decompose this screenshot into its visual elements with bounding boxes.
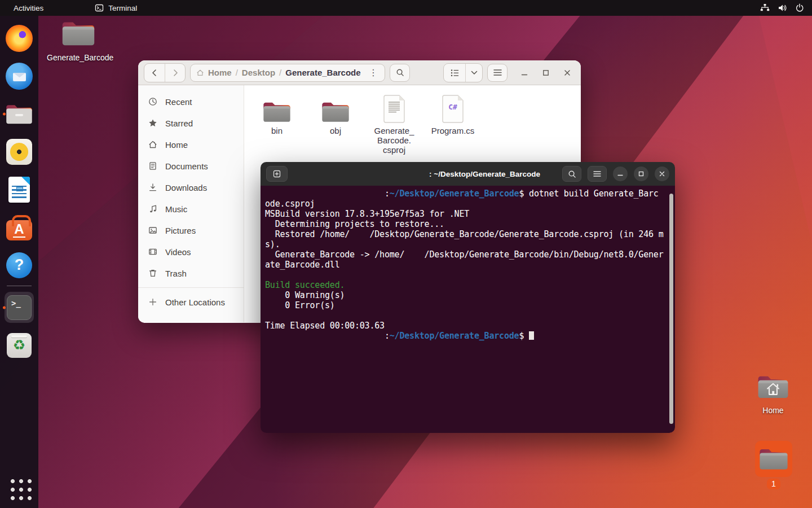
dock-item-ubuntu-software[interactable]: A [0, 208, 38, 246]
sidebar-item-other-locations[interactable]: Other Locations [138, 291, 244, 313]
volume-icon [778, 3, 787, 12]
desktop-icon-folder-1[interactable]: 1 [754, 441, 793, 489]
breadcrumb-current[interactable]: Generate_Barcode [285, 68, 360, 77]
breadcrumb-separator: / [236, 68, 238, 77]
terminal-maximize-button[interactable] [634, 167, 648, 181]
minimize-button[interactable] [521, 69, 528, 76]
rhythmbox-icon [6, 139, 32, 165]
libreoffice-writer-icon [8, 177, 30, 203]
sidebar-item-starred[interactable]: Starred [138, 112, 244, 134]
activities-button[interactable]: Activities [0, 0, 57, 16]
sidebar-label: Recent [165, 97, 192, 107]
file-name: Generate_ Barcode. csproj [365, 126, 423, 155]
new-tab-button[interactable] [266, 166, 288, 182]
dock-item-libreoffice-writer[interactable] [0, 170, 38, 208]
top-bar: Activities Terminal [0, 0, 812, 16]
home-folder-icon [757, 373, 789, 401]
focused-app-menu[interactable]: Terminal [95, 3, 137, 12]
selection-highlight [755, 441, 792, 477]
dock-item-help[interactable]: ? [0, 246, 38, 284]
focused-app-label: Terminal [108, 4, 137, 12]
sidebar-label: Documents [165, 161, 208, 171]
terminal-headerbar: : ~/Desktop/Generate_Barcode [261, 162, 675, 186]
running-indicator [3, 306, 6, 309]
sidebar-item-home[interactable]: Home [138, 134, 244, 155]
window-controls [521, 69, 571, 76]
file-item-obj[interactable]: obj [306, 91, 365, 135]
ubuntu-software-icon: A [6, 220, 32, 240]
terminal-minimize-button[interactable] [613, 167, 628, 181]
folder-icon [61, 19, 96, 48]
file-item-bin[interactable]: bin [248, 91, 306, 135]
system-tray[interactable] [760, 3, 812, 12]
csharp-file-icon: C# [441, 94, 465, 124]
sidebar-item-recent[interactable]: Recent [138, 91, 244, 112]
breadcrumb-separator: / [279, 68, 281, 77]
chevron-left-icon [151, 69, 158, 77]
file-item-program-cs[interactable]: C# Program.cs [423, 91, 482, 135]
dock-item-trash[interactable]: ♻ [0, 326, 38, 364]
sidebar-item-pictures[interactable]: Pictures [138, 220, 244, 241]
dock-item-terminal[interactable]: >_ [0, 288, 38, 326]
picture-icon [148, 226, 157, 235]
hamburger-icon [493, 69, 502, 76]
close-button[interactable] [564, 69, 571, 76]
terminal-output[interactable]: :~/Desktop/Generate_Barcode$ dotnet buil… [261, 186, 675, 433]
sidebar-item-downloads[interactable]: Downloads [138, 177, 244, 198]
terminal-search-button[interactable] [562, 166, 581, 182]
folder-icon [321, 100, 350, 124]
sidebar-label: Music [165, 204, 187, 214]
maximize-icon [542, 69, 549, 76]
hamburger-icon [593, 171, 601, 177]
chevron-right-icon [171, 69, 179, 77]
minimize-icon [617, 171, 623, 177]
search-button[interactable] [390, 64, 410, 82]
desktop-icon-label: Generate_Barcode [47, 53, 110, 62]
files-headerbar: Home / Desktop / Generate_Barcode ⋮ [138, 60, 581, 85]
sidebar-item-documents[interactable]: Documents [138, 155, 244, 177]
trash-icon [148, 269, 157, 278]
dock: A ? >_ ♻ [0, 16, 38, 508]
forward-button[interactable] [165, 64, 185, 82]
terminal-scrollbar[interactable] [669, 194, 673, 424]
dock-item-files[interactable] [0, 95, 38, 133]
svg-text:C#: C# [448, 103, 457, 111]
desktop-icon-label: 1 [767, 479, 780, 489]
show-apps-button[interactable] [0, 469, 38, 507]
terminal-close-button[interactable] [655, 167, 669, 181]
chevron-down-icon [471, 71, 478, 75]
desktop-icon-generate-barcode[interactable]: Generate_Barcode [47, 19, 110, 62]
sidebar-item-trash[interactable]: Trash [138, 262, 244, 284]
music-note-icon [148, 204, 157, 213]
terminal-title: : ~/Desktop/Generate_Barcode [429, 170, 540, 178]
focused-app-tile [5, 292, 34, 323]
home-icon [148, 140, 157, 149]
view-options-dropdown[interactable] [465, 64, 482, 82]
maximize-button[interactable] [542, 69, 549, 76]
breadcrumb[interactable]: Home / Desktop / Generate_Barcode ⋮ [190, 64, 385, 82]
firefox-icon [6, 25, 33, 52]
help-icon: ? [6, 252, 32, 278]
sidebar-item-music[interactable]: Music [138, 198, 244, 220]
path-menu-kebab-icon[interactable]: ⋮ [368, 67, 379, 78]
dock-item-thunderbird[interactable] [0, 57, 38, 95]
sidebar-item-videos[interactable]: Videos [138, 241, 244, 262]
search-icon [396, 68, 404, 77]
network-icon [760, 3, 770, 12]
terminal-menu-button[interactable] [588, 166, 607, 182]
back-button[interactable] [144, 64, 165, 82]
main-menu-button[interactable] [487, 64, 508, 82]
breadcrumb-desktop[interactable]: Desktop [242, 68, 275, 77]
plus-icon [148, 297, 157, 306]
maximize-icon [638, 171, 644, 177]
desktop-icon-label: Home [742, 406, 805, 415]
app-grid-icon [7, 476, 32, 500]
dock-item-firefox[interactable] [0, 19, 38, 57]
dock-item-rhythmbox[interactable] [0, 133, 38, 170]
file-item-csproj[interactable]: Generate_ Barcode. csproj [365, 91, 423, 155]
film-icon [148, 247, 157, 256]
file-name: Program.cs [423, 126, 482, 135]
list-view-button[interactable] [444, 64, 465, 82]
breadcrumb-home[interactable]: Home [208, 68, 232, 77]
desktop-icon-home[interactable]: Home [742, 373, 805, 415]
